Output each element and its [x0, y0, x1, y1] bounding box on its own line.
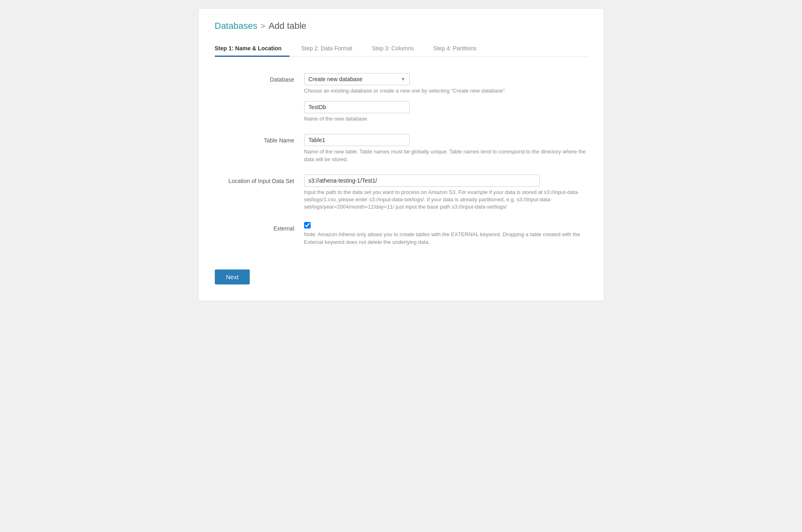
new-db-name-input[interactable]	[304, 101, 410, 113]
tab-step2[interactable]: Step 2: Data Format	[301, 41, 360, 57]
breadcrumb-databases-link[interactable]: Databases	[215, 21, 257, 31]
tab-step3[interactable]: Step 3: Columns	[372, 41, 422, 57]
external-label: External	[215, 222, 304, 232]
new-db-name-row: Name of the new database	[304, 101, 588, 123]
form-section: Database Create new database Select exis…	[215, 69, 588, 261]
breadcrumb: Databases > Add table	[215, 21, 588, 31]
location-label: Location of Input Data Set	[215, 174, 304, 184]
database-label: Database	[215, 73, 304, 83]
location-input[interactable]	[304, 174, 540, 187]
steps-nav: Step 1: Name & Location Step 2: Data For…	[215, 41, 588, 57]
new-db-name-hint: Name of the new database	[304, 115, 588, 123]
table-name-content: Name of the new table. Table names must …	[304, 134, 588, 163]
table-name-input[interactable]	[304, 134, 410, 146]
next-button[interactable]: Next	[215, 269, 250, 284]
breadcrumb-current-page: Add table	[268, 21, 306, 31]
external-checkbox[interactable]	[304, 222, 311, 228]
database-select[interactable]: Create new database Select existing data…	[304, 73, 410, 85]
table-name-label: Table Name	[215, 134, 304, 144]
table-name-hint: Name of the new table. Table names must …	[304, 148, 588, 163]
tab-step4[interactable]: Step 4: Partitions	[433, 41, 485, 57]
location-content: Input the path to the data set you want …	[304, 174, 588, 211]
database-row: Database Create new database Select exis…	[215, 73, 588, 123]
page-container: Databases > Add table Step 1: Name & Loc…	[198, 8, 604, 301]
location-hint: Input the path to the data set you want …	[304, 189, 588, 211]
external-checkbox-wrapper	[304, 222, 588, 228]
external-content: Note: Amazon Athena only allows you to c…	[304, 222, 588, 246]
location-row: Location of Input Data Set Input the pat…	[215, 174, 588, 211]
breadcrumb-separator: >	[261, 22, 266, 31]
tab-step1[interactable]: Step 1: Name & Location	[215, 41, 290, 57]
database-content: Create new database Select existing data…	[304, 73, 588, 123]
database-hint: Choose an existing database or create a …	[304, 87, 588, 95]
external-row: External Note: Amazon Athena only allows…	[215, 222, 588, 246]
database-select-wrapper: Create new database Select existing data…	[304, 73, 410, 85]
external-hint: Note: Amazon Athena only allows you to c…	[304, 231, 588, 246]
table-name-row: Table Name Name of the new table. Table …	[215, 134, 588, 163]
